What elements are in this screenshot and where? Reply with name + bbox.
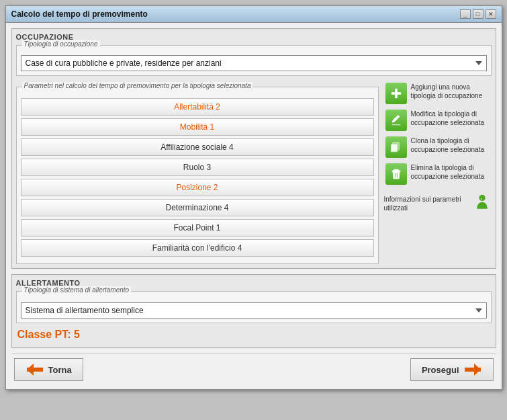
svg-rect-7	[27, 368, 43, 372]
svg-point-4	[479, 195, 485, 201]
info-row[interactable]: Informazioni sui parametri utilizzati i	[384, 194, 492, 213]
close-button[interactable]: ✕	[486, 9, 496, 19]
edit-icon	[385, 110, 407, 131]
info-label: Informazioni sui parametri utilizzati	[384, 195, 469, 212]
titlebar-buttons: _ □ ✕	[460, 9, 496, 19]
maximize-button[interactable]: □	[473, 9, 483, 19]
main-window: Calcolo del tempo di premovimento _ □ ✕ …	[5, 5, 502, 390]
back-button[interactable]: Torna	[14, 358, 83, 381]
param-mobilita[interactable]: Mobilità 1	[21, 118, 374, 136]
param-posizione[interactable]: Posizione 2	[21, 179, 374, 196]
next-button[interactable]: Prosegui	[410, 358, 494, 381]
params-actions-row: Parametri nel calcolo del tempo di premo…	[16, 81, 492, 264]
action-edit-label: Modifica la tipologia di occupazione sel…	[411, 110, 490, 127]
tipologia-group: Tipologia di occupazione Case di cura pu…	[16, 45, 492, 76]
action-add-label: Aggiungi una nuova tipologia di occupazi…	[411, 83, 490, 100]
param-focal[interactable]: Focal Point 1	[21, 219, 374, 237]
back-arrow-icon	[26, 362, 44, 377]
allertamento-tipo-label: Tipologia di sistema di allertamento	[22, 286, 132, 294]
window-title: Calcolo del tempo di premovimento	[11, 9, 148, 19]
tipologia-dropdown[interactable]: Case di cura pubbliche e private, reside…	[21, 55, 487, 71]
params-area: Parametri nel calcolo del tempo di premo…	[16, 81, 379, 264]
next-label: Prosegui	[422, 365, 459, 375]
tipologia-label: Tipologia di occupazione	[22, 40, 100, 48]
allertamento-section: ALLERTAMENTO Tipologia di sistema di all…	[11, 274, 496, 348]
delete-icon	[385, 163, 407, 185]
svg-rect-9	[465, 368, 481, 372]
add-icon	[385, 83, 407, 104]
classe-text: Classe PT: 5	[16, 326, 492, 343]
action-delete-label: Elimina la tipologia di occupazione sele…	[411, 163, 490, 181]
action-add[interactable]: Aggiungi una nuova tipologia di occupazi…	[384, 81, 492, 106]
param-determinazione[interactable]: Determinazione 4	[21, 199, 374, 216]
actions-area: Aggiungi una nuova tipologia di occupazi…	[384, 81, 492, 264]
next-arrow-icon	[463, 362, 482, 377]
occupazione-section: OCCUPAZIONE Tipologia di occupazione Cas…	[11, 28, 496, 269]
action-edit[interactable]: Modifica la tipologia di occupazione sel…	[384, 108, 492, 132]
clone-icon	[385, 136, 407, 158]
params-wrapper: Parametri nel calcolo del tempo di premo…	[16, 87, 379, 264]
allertamento-group: Tipologia di sistema di allertamento Sis…	[16, 291, 492, 323]
person-icon: i	[473, 194, 492, 213]
params-wrapper-label: Parametri nel calcolo del tempo di premo…	[22, 82, 253, 89]
action-clone[interactable]: Clona la tipologia di occupazione selezi…	[384, 135, 492, 159]
window-content: OCCUPAZIONE Tipologia di occupazione Cas…	[6, 23, 502, 389]
minimize-button[interactable]: _	[460, 9, 471, 19]
param-familiarita[interactable]: Familiarità con l'edificio 4	[21, 239, 374, 257]
svg-rect-1	[391, 92, 400, 95]
action-clone-label: Clona la tipologia di occupazione selezi…	[411, 136, 490, 154]
param-affiliazione[interactable]: Affiliazione sociale 4	[21, 138, 374, 156]
titlebar: Calcolo del tempo di premovimento _ □ ✕	[6, 6, 502, 23]
action-delete[interactable]: Elimina la tipologia di occupazione sele…	[384, 162, 492, 186]
param-ruolo[interactable]: Ruolo 3	[21, 159, 374, 176]
svg-text:i: i	[480, 196, 481, 201]
param-allertabilita[interactable]: Allertabilità 2	[21, 98, 374, 116]
allertamento-dropdown[interactable]: Sistema di allertamento semplice	[21, 302, 487, 319]
footer: Torna Prosegui	[11, 353, 496, 384]
back-label: Torna	[48, 365, 72, 375]
